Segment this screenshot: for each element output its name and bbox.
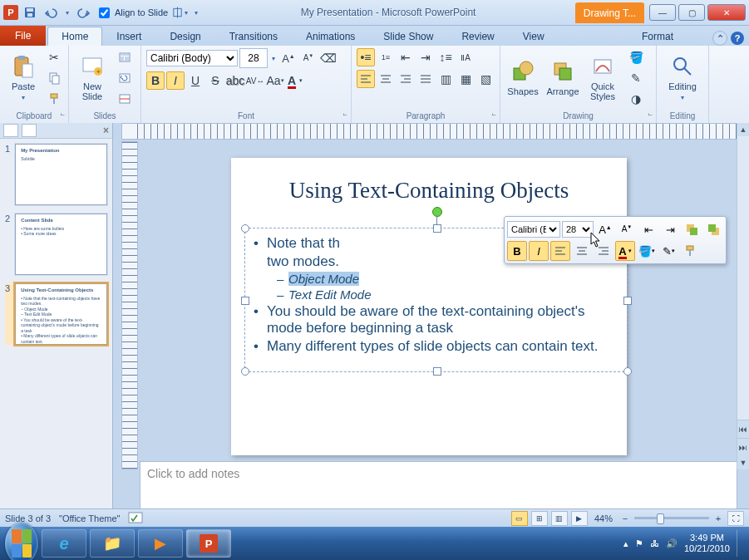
font-color-button[interactable]: A▾	[286, 71, 304, 90]
mini-italic[interactable]: I	[529, 241, 549, 261]
smartart-button[interactable]: ▧	[476, 70, 495, 88]
slide-indicator[interactable]: Slide 3 of 3	[5, 513, 51, 523]
minimize-button[interactable]: —	[649, 4, 676, 21]
mini-outline[interactable]: ✎▾	[658, 241, 678, 261]
editing-button[interactable]: Editing ▾	[662, 48, 703, 106]
mini-font-color[interactable]: A▾	[615, 241, 635, 261]
undo-button[interactable]	[42, 3, 60, 22]
zoom-out-button[interactable]: −	[619, 513, 631, 523]
reset-button[interactable]	[114, 69, 136, 87]
reading-view-button[interactable]: ▥	[551, 511, 568, 526]
list-item[interactable]: Many different types of slide objects ca…	[254, 338, 619, 355]
tray-expand-button[interactable]: ▴	[623, 538, 628, 549]
mini-grow-font[interactable]: A▲	[595, 219, 615, 239]
underline-button[interactable]: U	[186, 71, 204, 90]
columns-button[interactable]: ▥	[436, 70, 455, 88]
vertical-scrollbar[interactable]: ▲ ⏮ ⏭ ▼	[737, 123, 749, 469]
zoom-in-button[interactable]: +	[712, 513, 724, 523]
resize-handle-se[interactable]	[623, 367, 632, 376]
tab-file[interactable]: File	[0, 26, 46, 46]
close-button[interactable]: ✕	[707, 4, 746, 21]
shrink-font-button[interactable]: A▼	[299, 49, 318, 67]
clock[interactable]: 3:49 PM 10/21/2010	[684, 533, 730, 554]
rotate-handle[interactable]	[432, 207, 442, 217]
new-slide-button[interactable]: ✦ New Slide	[74, 48, 111, 106]
slides-tab[interactable]	[3, 124, 18, 137]
normal-view-button[interactable]: ▭	[511, 511, 528, 526]
tray-flag-icon[interactable]: ⚑	[635, 538, 643, 549]
taskbar-ie[interactable]: e	[42, 529, 86, 558]
format-painter-button[interactable]	[45, 90, 63, 108]
quick-styles-button[interactable]: Quick Styles	[585, 48, 620, 106]
mini-align-center[interactable]	[572, 241, 592, 261]
mini-send-back[interactable]	[703, 219, 723, 239]
spellcheck-indicator[interactable]	[128, 512, 143, 525]
tab-animations[interactable]: Animations	[292, 27, 369, 46]
align-right-button[interactable]	[397, 70, 415, 88]
tab-insert[interactable]: Insert	[102, 27, 155, 46]
tray-network-icon[interactable]: 🖧	[650, 538, 659, 548]
resize-handle-n[interactable]	[433, 224, 441, 233]
mini-align-left[interactable]	[550, 241, 570, 261]
strike-button[interactable]: S	[206, 71, 224, 90]
clear-format-button[interactable]: ⌫	[319, 49, 338, 67]
tab-home[interactable]: Home	[47, 27, 102, 46]
mini-bold[interactable]: B	[507, 241, 527, 261]
italic-button[interactable]: I	[166, 71, 185, 90]
bold-button[interactable]: B	[146, 71, 165, 90]
resize-handle-s[interactable]	[433, 367, 441, 376]
resize-handle-nw[interactable]	[241, 224, 249, 233]
copy-button[interactable]	[45, 69, 63, 87]
save-button[interactable]	[21, 3, 39, 22]
tab-view[interactable]: View	[509, 27, 559, 46]
taskbar-powerpoint[interactable]: P	[186, 529, 231, 558]
bullets-button[interactable]: •≡	[357, 48, 375, 66]
section-button[interactable]	[114, 90, 136, 108]
mini-format-painter[interactable]	[680, 241, 700, 261]
grow-font-button[interactable]: A▲	[279, 49, 298, 67]
align-dropdown[interactable]: ▾	[170, 3, 189, 22]
shape-effects-button[interactable]: ◑	[623, 90, 648, 108]
notes-pane[interactable]: Click to add notes	[140, 461, 737, 509]
canvas[interactable]: Using Text-Containing Objects Note that …	[140, 141, 737, 469]
mini-shrink-font[interactable]: A▼	[617, 219, 637, 239]
prev-slide-button[interactable]: ⏮	[737, 420, 749, 438]
arrange-button[interactable]: Arrange	[544, 48, 582, 106]
mini-bring-front[interactable]	[682, 219, 702, 239]
help-button[interactable]: ?	[731, 32, 744, 45]
align-left-button[interactable]	[357, 70, 375, 88]
maximize-button[interactable]: ▢	[678, 4, 705, 21]
start-button[interactable]	[5, 527, 38, 560]
zoom-level[interactable]: 44%	[594, 513, 613, 523]
line-spacing-button[interactable]: ↕≡	[436, 48, 455, 66]
close-panel-button[interactable]: ×	[103, 125, 109, 136]
fit-window-button[interactable]: ⛶	[727, 511, 744, 526]
taskbar-explorer[interactable]: 📁	[90, 529, 135, 558]
list-item[interactable]: Text Edit Mode	[277, 287, 619, 302]
align-center-button[interactable]	[377, 70, 395, 88]
slide-thumbnail[interactable]: 2Content Slide• Here are some bullets• S…	[5, 214, 107, 275]
char-spacing-button[interactable]: AV↔	[246, 71, 264, 90]
mini-align-right[interactable]	[594, 241, 613, 261]
tab-format[interactable]: Format	[628, 27, 687, 46]
layout-button[interactable]	[114, 48, 136, 66]
qat-customize-button[interactable]: ▾	[191, 3, 201, 22]
mini-size-select[interactable]: 28	[562, 221, 594, 238]
tab-review[interactable]: Review	[447, 27, 508, 46]
mini-font-select[interactable]: Calibri (B	[507, 221, 560, 238]
scroll-down-button[interactable]: ▼	[737, 456, 749, 469]
tab-slideshow[interactable]: Slide Show	[369, 27, 447, 46]
mini-fill[interactable]: 🪣▾	[637, 241, 657, 261]
justify-button[interactable]	[416, 70, 435, 88]
align-to-slide-checkbox[interactable]	[99, 7, 110, 18]
shadow-button[interactable]: abc	[226, 71, 244, 90]
slide-thumbnail[interactable]: 3Using Text-Containing Objects• Note tha…	[5, 283, 107, 345]
decrease-indent-button[interactable]: ⇤	[397, 48, 415, 66]
slideshow-view-button[interactable]: ▶	[571, 511, 588, 526]
sorter-view-button[interactable]: ⊞	[531, 511, 548, 526]
redo-button[interactable]	[75, 3, 93, 22]
numbering-button[interactable]: 1≡	[377, 48, 395, 66]
increase-indent-button[interactable]: ⇥	[416, 48, 435, 66]
outline-tab[interactable]	[22, 124, 37, 137]
slide-thumbnail[interactable]: 1My PresentationSubtitle	[5, 144, 107, 205]
